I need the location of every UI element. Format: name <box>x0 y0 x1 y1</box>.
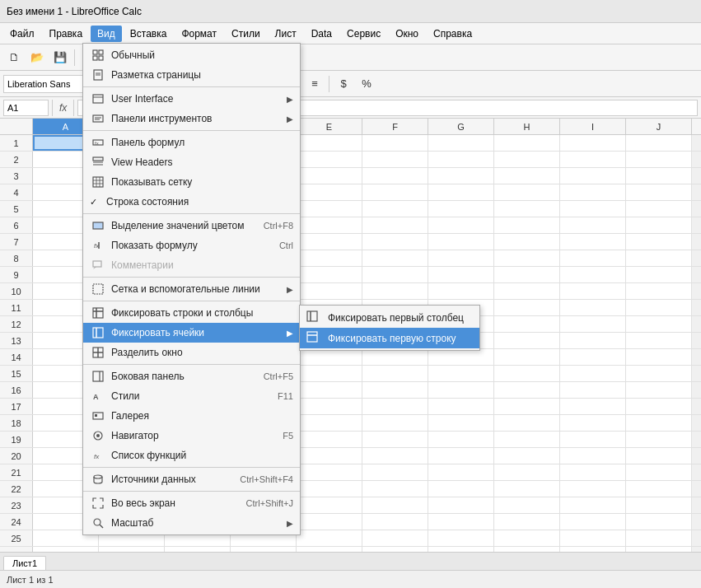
row-number[interactable]: 4 <box>0 184 33 200</box>
sheet-cell[interactable] <box>626 415 692 431</box>
sheet-cell[interactable] <box>428 530 494 546</box>
sheet-cell[interactable] <box>494 382 560 398</box>
sheet-cell[interactable] <box>626 514 692 530</box>
sheet-cell[interactable] <box>494 300 560 315</box>
menu-normal[interactable]: Обычный <box>83 45 300 65</box>
menu-highlight-values[interactable]: Выделение значений цветом Ctrl+F8 <box>83 216 300 236</box>
sheet-cell[interactable] <box>560 201 626 217</box>
sheet-cell[interactable] <box>494 250 560 266</box>
sheet-cell[interactable] <box>494 399 560 414</box>
sheet-cell[interactable] <box>297 382 362 398</box>
menu-view-headers[interactable]: View Headers <box>83 152 300 172</box>
sheet-cell[interactable] <box>362 135 428 151</box>
sheet-cell[interactable] <box>494 168 560 184</box>
sheet-cell[interactable] <box>297 481 362 497</box>
sheet-cell[interactable] <box>626 267 692 282</box>
menu-insert[interactable]: Вставка <box>124 26 174 42</box>
sheet-cell[interactable] <box>626 399 692 414</box>
menu-gallery[interactable]: Галерея <box>83 406 300 426</box>
row-number[interactable]: 7 <box>0 234 33 250</box>
sheet-cell[interactable] <box>494 234 560 250</box>
sheet-cell[interactable] <box>494 448 560 464</box>
row-number[interactable]: 16 <box>0 382 33 398</box>
sheet-cell[interactable] <box>362 234 428 250</box>
sheet-cell[interactable] <box>560 333 626 348</box>
sheet-cell[interactable] <box>428 382 494 398</box>
menu-freeze-cells[interactable]: Фиксировать ячейки ▶ <box>83 323 300 343</box>
sheet-cell[interactable] <box>428 201 494 217</box>
sheet-cell[interactable] <box>362 217 428 233</box>
sheet-cell[interactable] <box>428 217 494 233</box>
sheet-cell[interactable] <box>626 135 692 151</box>
row-number[interactable]: 13 <box>0 333 33 348</box>
menu-show-formula[interactable]: fx Показать формулу Ctrl <box>83 236 300 255</box>
menu-view[interactable]: Вид <box>91 26 122 42</box>
sheet-cell[interactable] <box>494 497 560 513</box>
sheet-cell[interactable] <box>428 481 494 497</box>
new-btn[interactable]: 🗋 <box>3 47 25 68</box>
row-number[interactable]: 15 <box>0 366 33 381</box>
row-number[interactable]: 1 <box>0 135 33 151</box>
row-number[interactable]: 17 <box>0 399 33 414</box>
menu-navigator[interactable]: Навигатор F5 <box>83 426 300 446</box>
sheet-cell[interactable] <box>494 217 560 233</box>
sheet-cell[interactable] <box>494 333 560 348</box>
row-number[interactable]: 22 <box>0 481 33 497</box>
sheet-cell[interactable] <box>428 399 494 414</box>
sheet-cell[interactable] <box>626 184 692 200</box>
sheet-cell[interactable] <box>494 432 560 447</box>
sheet-cell[interactable] <box>560 152 626 167</box>
sheet-cell[interactable] <box>626 152 692 167</box>
sheet-cell[interactable] <box>297 399 362 414</box>
sheet-cell[interactable] <box>560 481 626 497</box>
sheet-cell[interactable] <box>428 349 494 365</box>
sheet-cell[interactable] <box>297 349 362 365</box>
sheet-cell[interactable] <box>560 250 626 266</box>
sheet-cell[interactable] <box>560 349 626 365</box>
row-number[interactable]: 24 <box>0 514 33 530</box>
sheet-cell[interactable] <box>362 399 428 414</box>
sheet-cell[interactable] <box>362 349 428 365</box>
row-number[interactable]: 23 <box>0 497 33 513</box>
menu-sheet[interactable]: Лист <box>269 26 303 42</box>
open-btn[interactable]: 📂 <box>26 47 48 68</box>
sheet-cell[interactable] <box>297 514 362 530</box>
sheet-cell[interactable] <box>297 217 362 233</box>
sheet-cell[interactable] <box>560 168 626 184</box>
sheet-cell[interactable] <box>626 382 692 398</box>
sheet-cell[interactable] <box>560 497 626 513</box>
sheet-cell[interactable] <box>560 366 626 381</box>
sheet-cell[interactable] <box>362 497 428 513</box>
sheet-cell[interactable] <box>560 184 626 200</box>
sheet-cell[interactable] <box>362 514 428 530</box>
row-number[interactable]: 25 <box>0 530 33 546</box>
sheet-cell[interactable] <box>362 415 428 431</box>
sheet-cell[interactable] <box>560 300 626 315</box>
sheet-cell[interactable] <box>626 168 692 184</box>
sheet-cell[interactable] <box>428 448 494 464</box>
row-number[interactable]: 12 <box>0 316 33 332</box>
sheet-cell[interactable] <box>297 448 362 464</box>
sheet-cell[interactable] <box>297 464 362 480</box>
sheet-cell[interactable] <box>297 201 362 217</box>
col-header-g[interactable]: G <box>428 119 494 134</box>
sheet-cell[interactable] <box>626 432 692 447</box>
sheet-cell[interactable] <box>494 349 560 365</box>
sheet-cell[interactable] <box>362 250 428 266</box>
menu-function-list[interactable]: fx Список функций <box>83 446 300 465</box>
sheet-cell[interactable] <box>494 415 560 431</box>
sheet-cell[interactable] <box>297 152 362 167</box>
sheet-cell[interactable] <box>626 333 692 348</box>
sheet-cell[interactable] <box>560 448 626 464</box>
sheet-cell[interactable] <box>560 514 626 530</box>
menu-window[interactable]: Окно <box>389 26 425 42</box>
sheet-cell[interactable] <box>626 530 692 546</box>
currency-btn[interactable]: $ <box>333 73 354 95</box>
sheet-cell[interactable] <box>362 382 428 398</box>
sheet-cell[interactable] <box>626 283 692 299</box>
sheet-cell[interactable] <box>494 135 560 151</box>
menu-data-sources[interactable]: Источники данных Ctrl+Shift+F4 <box>83 469 300 489</box>
menu-fullscreen[interactable]: Во весь экран Ctrl+Shift+J <box>83 493 300 513</box>
row-number[interactable]: 14 <box>0 349 33 365</box>
sheet-cell[interactable] <box>626 316 692 332</box>
